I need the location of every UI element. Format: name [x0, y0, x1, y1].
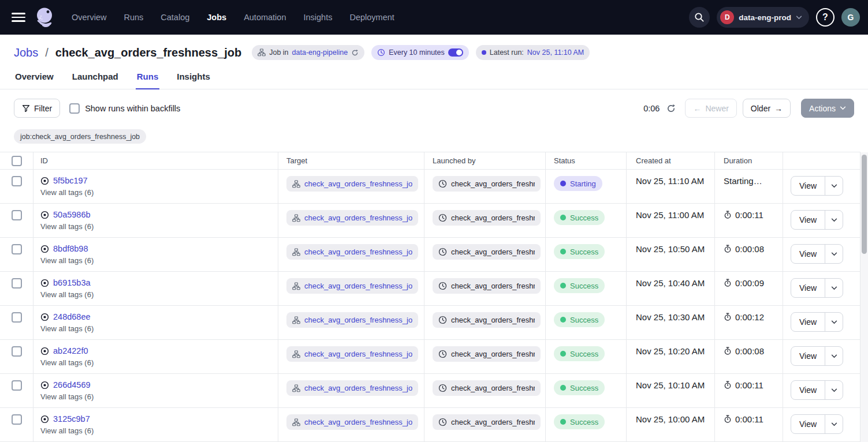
- view-all-tags-link[interactable]: View all tags (6): [40, 188, 278, 197]
- row-checkbox[interactable]: [12, 380, 22, 391]
- launched-by-pill[interactable]: check_avg_orders_freshn…: [433, 414, 541, 430]
- row-checkbox[interactable]: [12, 210, 22, 220]
- scrollbar-thumb[interactable]: [862, 155, 867, 254]
- nav-item-insights[interactable]: Insights: [303, 13, 332, 22]
- row-checkbox[interactable]: [12, 414, 22, 425]
- nav-item-overview[interactable]: Overview: [72, 13, 106, 22]
- view-all-tags-link[interactable]: View all tags (6): [40, 222, 278, 231]
- row-checkbox[interactable]: [12, 278, 22, 289]
- run-id-link[interactable]: 266d4569: [53, 380, 91, 389]
- search-button[interactable]: [689, 7, 710, 28]
- row-checkbox[interactable]: [12, 312, 22, 323]
- run-id-link[interactable]: ab2422f0: [53, 346, 88, 355]
- view-dropdown-button[interactable]: [825, 381, 843, 399]
- job-filter-tag[interactable]: job:check_avg_orders_freshness_job: [14, 129, 146, 144]
- view-button[interactable]: View: [791, 381, 825, 399]
- run-id-link[interactable]: 248d68ee: [53, 312, 91, 321]
- target-job-link[interactable]: check_avg_orders_freshness_job: [304, 282, 412, 290]
- breadcrumb-jobs-link[interactable]: Jobs: [14, 46, 38, 59]
- tab-runs[interactable]: Runs: [136, 69, 160, 89]
- launched-by-pill[interactable]: check_avg_orders_freshn…: [433, 244, 541, 260]
- view-all-tags-link[interactable]: View all tags (6): [40, 392, 278, 401]
- target-pill[interactable]: check_avg_orders_freshness_job: [286, 244, 418, 260]
- row-checkbox[interactable]: [12, 346, 22, 357]
- tab-overview[interactable]: Overview: [14, 69, 55, 89]
- view-button[interactable]: View: [791, 211, 825, 229]
- view-button[interactable]: View: [791, 415, 825, 433]
- run-id-link[interactable]: 50a5986b: [53, 210, 91, 219]
- launched-by-pill[interactable]: check_avg_orders_freshn…: [433, 346, 541, 362]
- nav-item-runs[interactable]: Runs: [124, 13, 143, 22]
- view-button[interactable]: View: [791, 313, 825, 331]
- view-button[interactable]: View: [791, 347, 825, 365]
- tab-insights[interactable]: Insights: [176, 69, 211, 89]
- vertical-scrollbar[interactable]: [860, 152, 868, 442]
- target-pill[interactable]: check_avg_orders_freshness_job: [286, 414, 418, 430]
- view-dropdown-button[interactable]: [825, 415, 843, 433]
- view-button[interactable]: View: [791, 177, 825, 195]
- table-row: ab2422f0 View all tags (6) check_avg_ord…: [0, 340, 860, 374]
- hamburger-menu-icon[interactable]: [8, 7, 29, 28]
- view-dropdown-button[interactable]: [825, 313, 843, 331]
- tab-launchpad[interactable]: Launchpad: [71, 69, 120, 89]
- view-all-tags-link[interactable]: View all tags (6): [40, 426, 278, 435]
- target-job-link[interactable]: check_avg_orders_freshness_job: [304, 418, 412, 426]
- target-job-link[interactable]: check_avg_orders_freshness_job: [304, 213, 412, 222]
- deployment-switcher[interactable]: D data-eng-prod: [717, 7, 809, 28]
- show-backfills-option[interactable]: Show runs within backfills: [69, 103, 180, 114]
- view-all-tags-link[interactable]: View all tags (6): [40, 256, 278, 265]
- actions-button[interactable]: Actions: [801, 99, 854, 118]
- older-button[interactable]: Older →: [743, 99, 791, 118]
- view-dropdown-button[interactable]: [825, 177, 843, 195]
- view-dropdown-button[interactable]: [825, 347, 843, 365]
- run-id-link[interactable]: 5f5bc197: [53, 176, 88, 185]
- filter-button[interactable]: Filter: [14, 99, 60, 118]
- launched-by-pill[interactable]: check_avg_orders_freshn…: [433, 278, 541, 294]
- target-pill[interactable]: check_avg_orders_freshness_job: [286, 210, 418, 226]
- view-dropdown-button[interactable]: [825, 279, 843, 297]
- view-dropdown-button[interactable]: [825, 211, 843, 229]
- target-pill[interactable]: check_avg_orders_freshness_job: [286, 278, 418, 294]
- target-job-link[interactable]: check_avg_orders_freshness_job: [304, 384, 412, 392]
- view-dropdown-button[interactable]: [825, 245, 843, 263]
- nav-item-catalog[interactable]: Catalog: [161, 13, 189, 22]
- select-all-checkbox[interactable]: [12, 156, 22, 166]
- run-id-link[interactable]: b6915b3a: [53, 278, 91, 287]
- target-job-link[interactable]: check_avg_orders_freshness_job: [304, 248, 412, 256]
- target-job-link[interactable]: check_avg_orders_freshness_job: [304, 316, 412, 324]
- schedule-toggle[interactable]: [448, 48, 463, 57]
- dagster-logo-icon[interactable]: [33, 6, 57, 29]
- user-avatar[interactable]: G: [841, 8, 860, 27]
- target-pill[interactable]: check_avg_orders_freshness_job: [286, 380, 418, 396]
- newer-button[interactable]: ← Newer: [685, 99, 736, 118]
- reload-icon[interactable]: [351, 49, 359, 57]
- nav-item-deployment[interactable]: Deployment: [349, 13, 394, 22]
- show-backfills-checkbox[interactable]: [69, 103, 80, 114]
- view-all-tags-link[interactable]: View all tags (6): [40, 358, 278, 367]
- help-button[interactable]: ?: [816, 8, 835, 27]
- launched-by-pill[interactable]: check_avg_orders_freshn…: [433, 380, 541, 396]
- nav-item-jobs[interactable]: Jobs: [207, 13, 226, 22]
- row-checkbox[interactable]: [12, 176, 22, 186]
- target-pill[interactable]: check_avg_orders_freshness_job: [286, 346, 418, 362]
- run-id-link[interactable]: 8bdf8b98: [53, 244, 88, 253]
- nav-item-automation[interactable]: Automation: [244, 13, 286, 22]
- launched-by-pill[interactable]: check_avg_orders_freshn…: [433, 176, 541, 192]
- row-checkbox[interactable]: [12, 244, 22, 254]
- target-pill[interactable]: check_avg_orders_freshness_job: [286, 176, 418, 192]
- latest-run-link[interactable]: Nov 25, 11:10 AM: [527, 48, 584, 57]
- launched-by-pill[interactable]: check_avg_orders_freshn…: [433, 312, 541, 328]
- refresh-icon[interactable]: [666, 104, 676, 113]
- launched-by-pill[interactable]: check_avg_orders_freshn…: [433, 210, 541, 226]
- target-pill[interactable]: check_avg_orders_freshness_job: [286, 312, 418, 328]
- target-job-link[interactable]: check_avg_orders_freshness_job: [304, 350, 412, 358]
- run-id-link[interactable]: 3125c9b7: [53, 414, 90, 424]
- chevron-down-icon: [831, 354, 837, 358]
- view-all-tags-link[interactable]: View all tags (6): [40, 324, 278, 333]
- view-button[interactable]: View: [791, 245, 825, 263]
- view-all-tags-link[interactable]: View all tags (6): [40, 290, 278, 299]
- view-button[interactable]: View: [791, 279, 825, 297]
- column-header-id: ID: [33, 152, 278, 170]
- target-job-link[interactable]: check_avg_orders_freshness_job: [304, 179, 412, 188]
- pipeline-link[interactable]: data-eng-pipeline: [292, 48, 348, 57]
